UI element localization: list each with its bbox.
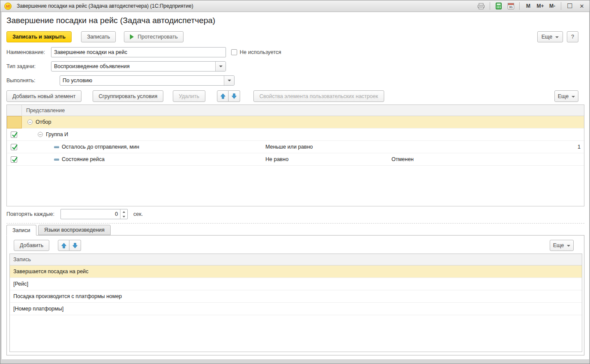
calendar-button[interactable]: 31 (506, 1, 516, 11)
printer-icon (477, 3, 485, 9)
help-button[interactable]: ? (567, 31, 578, 42)
checkbox-column-header (7, 105, 22, 116)
group-conditions-button[interactable]: Сгруппировать условия (93, 90, 163, 102)
records-rows: Завершается посадка на рейс[Рейс]Посадка… (10, 266, 582, 315)
stepper-down-button[interactable] (120, 214, 127, 219)
record-move-down-button[interactable] (69, 240, 81, 251)
tab-playback-languages[interactable]: Языки воспроизведения (38, 225, 111, 235)
tree-collapse-icon[interactable] (27, 119, 33, 125)
records-list-header: Запись (10, 254, 582, 266)
titlebar-separator (519, 2, 520, 10)
record-row[interactable]: [Рейс] (10, 278, 582, 290)
play-icon (130, 34, 134, 39)
save-and-close-button[interactable]: Записать и закрыть (6, 31, 72, 42)
print-button[interactable] (476, 1, 486, 11)
calculator-button[interactable] (494, 1, 504, 11)
condition-name: Состояние рейса (62, 153, 105, 166)
move-up-button[interactable] (217, 90, 229, 102)
arrow-down-icon (72, 242, 78, 249)
condition-name: Отбор (36, 116, 51, 128)
chevron-down-icon (228, 80, 231, 81)
execute-label: Выполнять: (6, 75, 35, 86)
arrow-up-icon (220, 93, 226, 99)
triangle-up-icon (123, 211, 125, 213)
task-type-value: Воспроизведение объявления (51, 62, 215, 71)
condition-value: Отменен (391, 153, 581, 166)
test-button[interactable]: Протестировать (124, 31, 184, 42)
record-row[interactable]: Завершается посадка на рейс (10, 266, 582, 278)
condition-row[interactable]: Осталось до отправления, минМеньше или р… (7, 141, 584, 153)
execute-value: По условию (60, 76, 224, 85)
save-button[interactable]: Записать (81, 31, 116, 42)
checkmark-icon (11, 131, 18, 138)
condition-checkbox-cell[interactable] (7, 153, 22, 166)
selected-cell-marker[interactable] (7, 116, 22, 128)
execute-dropdown-button[interactable] (224, 76, 234, 85)
move-down-button[interactable] (229, 90, 240, 102)
condition-value: 1 (391, 141, 581, 153)
memory-minus-button[interactable]: M- (547, 1, 557, 11)
test-label: Протестировать (138, 34, 178, 40)
more-button-conditions[interactable]: Еще (554, 90, 578, 102)
condition-row[interactable]: Группа И (7, 128, 584, 141)
add-condition-button[interactable]: Добавить новый элемент (6, 90, 81, 102)
conditions-rows: ОтборГруппа ИОсталось до отправления, ми… (7, 116, 584, 166)
stepper-buttons (120, 209, 127, 219)
task-type-dropdown-button[interactable] (215, 62, 226, 71)
add-condition-label: Добавить новый элемент (12, 93, 75, 99)
more-button-top[interactable]: Еще (537, 31, 563, 42)
help-label: ? (571, 34, 574, 40)
1c-logo-icon: 1С (4, 3, 12, 10)
condition-row[interactable]: Состояние рейсаНе равноОтменен (7, 153, 584, 166)
memory-button[interactable]: M (523, 1, 533, 11)
chevron-down-icon (572, 96, 575, 98)
checkmark-icon (11, 143, 18, 151)
condition-checkbox-cell[interactable] (7, 128, 22, 141)
repeat-unit-label: сек. (133, 209, 143, 219)
user-settings-properties-button[interactable]: Свойства элемента пользовательских настр… (253, 90, 384, 102)
titlebar-separator (561, 2, 561, 10)
record-move-up-button[interactable] (58, 240, 69, 251)
condition-checkbox[interactable] (11, 156, 17, 163)
section-separator (6, 223, 584, 224)
record-row[interactable]: [Номер платформы] (10, 303, 582, 315)
arrow-down-icon (231, 93, 237, 99)
more-label: Еще (542, 34, 552, 40)
memory-plus-button[interactable]: M+ (535, 1, 545, 11)
execute-select[interactable]: По условию (60, 75, 235, 86)
condition-checkbox[interactable] (11, 144, 17, 150)
chevron-down-icon (219, 66, 223, 67)
repeat-interval-stepper[interactable]: 0 (60, 209, 128, 219)
records-panel: Добавить Еще Запись Завершается посадка … (6, 235, 584, 355)
condition-name: Группа И (46, 128, 68, 141)
more-label: Еще (553, 242, 564, 248)
checkmark-icon (11, 156, 18, 163)
titlebar-separator (490, 2, 490, 10)
condition-row[interactable]: Отбор (7, 116, 584, 128)
add-record-button[interactable]: Добавить (14, 240, 49, 251)
svg-text:31: 31 (509, 5, 513, 9)
add-record-label: Добавить (20, 242, 43, 248)
not-used-checkbox[interactable] (231, 49, 237, 55)
page-title: Завершение посадки на рейс (Задача автод… (6, 16, 215, 25)
condition-item-icon (54, 158, 59, 161)
stepper-up-button[interactable] (120, 209, 127, 214)
more-label: Еще (558, 93, 569, 99)
window-title: Завершение посадки на рейс (Задача автод… (17, 3, 193, 9)
titlebar-controls: 31 M M+ M- ☐ ✕ (476, 0, 587, 12)
condition-checkbox[interactable] (11, 131, 17, 138)
group-conditions-label: Сгруппировать условия (99, 93, 157, 99)
maximize-button[interactable]: ☐ (565, 1, 575, 11)
task-type-select[interactable]: Воспроизведение объявления (51, 61, 226, 72)
condition-checkbox-cell[interactable] (7, 141, 22, 153)
more-button-records[interactable]: Еще (550, 240, 574, 251)
delete-condition-button[interactable]: Удалить (173, 90, 205, 102)
record-row[interactable]: Посадка производится с платформы номер (10, 290, 582, 303)
tab-records[interactable]: Записи (6, 225, 36, 236)
close-button[interactable]: ✕ (577, 1, 587, 11)
tree-collapse-icon[interactable] (38, 132, 43, 137)
save-and-close-label: Записать и закрыть (12, 34, 66, 40)
app-window: 1С Завершение посадки на рейс (Задача ав… (0, 0, 590, 364)
condition-name: Осталось до отправления, мин (62, 141, 139, 153)
name-input[interactable]: Завершение посадки на рейс (51, 47, 226, 57)
